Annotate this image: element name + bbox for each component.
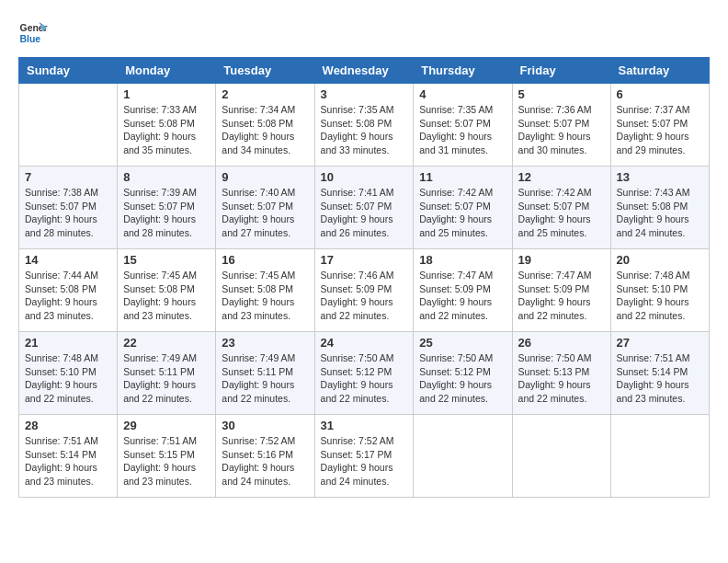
day-info: Sunrise: 7:42 AMSunset: 5:07 PMDaylight:… <box>419 186 506 240</box>
calendar-cell: 24Sunrise: 7:50 AMSunset: 5:12 PMDayligh… <box>314 332 414 415</box>
calendar-cell: 11Sunrise: 7:42 AMSunset: 5:07 PMDayligh… <box>414 167 512 249</box>
day-info: Sunrise: 7:40 AMSunset: 5:07 PMDaylight:… <box>222 186 308 240</box>
day-number: 23 <box>222 336 308 350</box>
calendar-cell: 27Sunrise: 7:51 AMSunset: 5:14 PMDayligh… <box>610 332 709 415</box>
day-number: 16 <box>222 253 308 267</box>
day-number: 13 <box>617 170 703 184</box>
header-day-tuesday: Tuesday <box>216 58 314 84</box>
calendar-cell: 18Sunrise: 7:47 AMSunset: 5:09 PMDayligh… <box>414 249 512 332</box>
day-number: 1 <box>123 87 210 101</box>
day-number: 11 <box>419 170 506 184</box>
header-day-friday: Friday <box>512 58 610 84</box>
header-row: SundayMondayTuesdayWednesdayThursdayFrid… <box>19 58 710 84</box>
day-info: Sunrise: 7:47 AMSunset: 5:09 PMDaylight:… <box>518 269 605 323</box>
header-day-thursday: Thursday <box>414 58 512 84</box>
calendar-cell: 8Sunrise: 7:39 AMSunset: 5:07 PMDaylight… <box>118 167 216 249</box>
day-info: Sunrise: 7:35 AMSunset: 5:07 PMDaylight:… <box>419 103 506 157</box>
calendar-cell <box>414 415 512 498</box>
day-number: 18 <box>419 253 506 267</box>
calendar-cell: 17Sunrise: 7:46 AMSunset: 5:09 PMDayligh… <box>314 249 414 332</box>
day-number: 25 <box>419 336 506 350</box>
calendar-cell: 20Sunrise: 7:48 AMSunset: 5:10 PMDayligh… <box>610 249 709 332</box>
day-number: 29 <box>123 419 210 432</box>
calendar-cell: 3Sunrise: 7:35 AMSunset: 5:08 PMDaylight… <box>314 84 414 167</box>
day-number: 14 <box>25 253 111 267</box>
day-info: Sunrise: 7:49 AMSunset: 5:11 PMDaylight:… <box>123 351 210 406</box>
week-row-5: 28Sunrise: 7:51 AMSunset: 5:14 PMDayligh… <box>19 415 710 498</box>
day-info: Sunrise: 7:39 AMSunset: 5:07 PMDaylight:… <box>123 186 210 240</box>
day-info: Sunrise: 7:35 AMSunset: 5:08 PMDaylight:… <box>321 103 408 157</box>
day-number: 30 <box>222 419 308 432</box>
day-number: 10 <box>321 170 408 184</box>
calendar-cell: 22Sunrise: 7:49 AMSunset: 5:11 PMDayligh… <box>118 332 216 415</box>
day-info: Sunrise: 7:51 AMSunset: 5:15 PMDaylight:… <box>123 434 210 488</box>
day-info: Sunrise: 7:50 AMSunset: 5:12 PMDaylight:… <box>419 351 506 406</box>
day-info: Sunrise: 7:41 AMSunset: 5:07 PMDaylight:… <box>321 186 408 240</box>
day-info: Sunrise: 7:52 AMSunset: 5:17 PMDaylight:… <box>321 434 408 488</box>
calendar-cell <box>610 415 709 498</box>
day-number: 3 <box>321 87 408 101</box>
day-number: 27 <box>617 336 703 350</box>
header-day-wednesday: Wednesday <box>314 58 414 84</box>
week-row-3: 14Sunrise: 7:44 AMSunset: 5:08 PMDayligh… <box>19 249 710 332</box>
calendar-cell: 2Sunrise: 7:34 AMSunset: 5:08 PMDaylight… <box>216 84 314 167</box>
week-row-4: 21Sunrise: 7:48 AMSunset: 5:10 PMDayligh… <box>19 332 710 415</box>
calendar-table: SundayMondayTuesdayWednesdayThursdayFrid… <box>18 57 710 498</box>
day-number: 20 <box>617 253 703 267</box>
calendar-cell: 28Sunrise: 7:51 AMSunset: 5:14 PMDayligh… <box>19 415 118 498</box>
day-number: 6 <box>617 87 703 101</box>
calendar-cell <box>19 84 118 167</box>
day-number: 21 <box>25 336 111 350</box>
calendar-cell: 15Sunrise: 7:45 AMSunset: 5:08 PMDayligh… <box>118 249 216 332</box>
day-number: 4 <box>419 87 506 101</box>
calendar-cell: 1Sunrise: 7:33 AMSunset: 5:08 PMDaylight… <box>118 84 216 167</box>
day-number: 22 <box>123 336 210 350</box>
day-number: 9 <box>222 170 308 184</box>
calendar-cell: 6Sunrise: 7:37 AMSunset: 5:07 PMDaylight… <box>610 84 709 167</box>
day-info: Sunrise: 7:37 AMSunset: 5:07 PMDaylight:… <box>617 103 703 157</box>
calendar-cell: 7Sunrise: 7:38 AMSunset: 5:07 PMDaylight… <box>19 167 118 249</box>
calendar-cell: 23Sunrise: 7:49 AMSunset: 5:11 PMDayligh… <box>216 332 314 415</box>
calendar-cell: 12Sunrise: 7:42 AMSunset: 5:07 PMDayligh… <box>512 167 610 249</box>
day-number: 7 <box>25 170 111 184</box>
calendar-cell: 30Sunrise: 7:52 AMSunset: 5:16 PMDayligh… <box>216 415 314 498</box>
calendar-cell: 9Sunrise: 7:40 AMSunset: 5:07 PMDaylight… <box>216 167 314 249</box>
calendar-cell: 21Sunrise: 7:48 AMSunset: 5:10 PMDayligh… <box>19 332 118 415</box>
day-info: Sunrise: 7:46 AMSunset: 5:09 PMDaylight:… <box>321 269 408 323</box>
calendar-cell: 29Sunrise: 7:51 AMSunset: 5:15 PMDayligh… <box>118 415 216 498</box>
week-row-1: 1Sunrise: 7:33 AMSunset: 5:08 PMDaylight… <box>19 84 710 167</box>
calendar-cell: 26Sunrise: 7:50 AMSunset: 5:13 PMDayligh… <box>512 332 610 415</box>
day-number: 15 <box>123 253 210 267</box>
calendar-cell: 5Sunrise: 7:36 AMSunset: 5:07 PMDaylight… <box>512 84 610 167</box>
day-info: Sunrise: 7:34 AMSunset: 5:08 PMDaylight:… <box>222 103 308 157</box>
logo-icon: General Blue <box>18 18 48 48</box>
day-number: 17 <box>321 253 408 267</box>
header-day-sunday: Sunday <box>19 58 118 84</box>
week-row-2: 7Sunrise: 7:38 AMSunset: 5:07 PMDaylight… <box>19 167 710 249</box>
calendar-body: 1Sunrise: 7:33 AMSunset: 5:08 PMDaylight… <box>19 84 710 498</box>
day-info: Sunrise: 7:43 AMSunset: 5:08 PMDaylight:… <box>617 186 703 240</box>
calendar-cell: 19Sunrise: 7:47 AMSunset: 5:09 PMDayligh… <box>512 249 610 332</box>
day-info: Sunrise: 7:45 AMSunset: 5:08 PMDaylight:… <box>123 269 210 323</box>
svg-text:Blue: Blue <box>20 34 41 44</box>
day-number: 28 <box>25 419 111 432</box>
calendar-cell: 31Sunrise: 7:52 AMSunset: 5:17 PMDayligh… <box>314 415 414 498</box>
day-info: Sunrise: 7:33 AMSunset: 5:08 PMDaylight:… <box>123 103 210 157</box>
logo: General Blue <box>18 18 48 48</box>
day-info: Sunrise: 7:51 AMSunset: 5:14 PMDaylight:… <box>617 351 703 406</box>
calendar-header: SundayMondayTuesdayWednesdayThursdayFrid… <box>19 58 710 84</box>
day-number: 12 <box>518 170 605 184</box>
day-info: Sunrise: 7:52 AMSunset: 5:16 PMDaylight:… <box>222 434 308 488</box>
day-info: Sunrise: 7:42 AMSunset: 5:07 PMDaylight:… <box>518 186 605 240</box>
day-info: Sunrise: 7:45 AMSunset: 5:08 PMDaylight:… <box>222 269 308 323</box>
day-info: Sunrise: 7:50 AMSunset: 5:12 PMDaylight:… <box>321 351 408 406</box>
calendar-cell: 25Sunrise: 7:50 AMSunset: 5:12 PMDayligh… <box>414 332 512 415</box>
day-number: 26 <box>518 336 605 350</box>
day-info: Sunrise: 7:47 AMSunset: 5:09 PMDaylight:… <box>419 269 506 323</box>
calendar-cell: 4Sunrise: 7:35 AMSunset: 5:07 PMDaylight… <box>414 84 512 167</box>
day-info: Sunrise: 7:44 AMSunset: 5:08 PMDaylight:… <box>25 269 111 323</box>
day-number: 19 <box>518 253 605 267</box>
day-info: Sunrise: 7:36 AMSunset: 5:07 PMDaylight:… <box>518 103 605 157</box>
calendar-cell <box>512 415 610 498</box>
day-number: 8 <box>123 170 210 184</box>
